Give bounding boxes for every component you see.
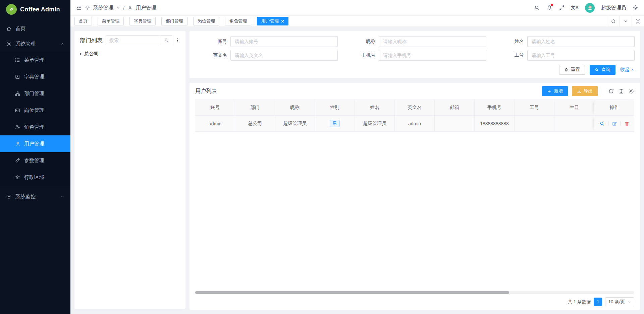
user-avatar[interactable]	[585, 3, 595, 13]
refresh-tab-icon[interactable]	[607, 16, 619, 27]
translate-icon[interactable]: 文A	[571, 5, 579, 11]
id-card-icon	[15, 108, 20, 113]
page-size-select[interactable]: 10 条/页	[605, 297, 634, 306]
column-header-english-name: 英文名	[395, 100, 435, 116]
user-table-panel: 用户列表 新增 导出 账号 部门 昵称 性别 姓名	[190, 83, 640, 310]
tab-user-management[interactable]: 用户管理	[257, 17, 288, 25]
department-search-button[interactable]	[161, 35, 172, 45]
sidebar-item-home[interactable]: 首页	[0, 21, 70, 36]
sidebar-item-label: 菜单管理	[24, 57, 44, 63]
page-number-button[interactable]: 1	[594, 298, 602, 306]
table-header-row: 账号 部门 昵称 性别 姓名 英文名 邮箱 手机号 工号 生日 操作	[195, 100, 634, 116]
department-search-input[interactable]	[106, 35, 161, 45]
column-settings-gear-icon[interactable]	[628, 88, 634, 94]
cell-name: 超级管理员	[355, 116, 395, 132]
add-user-button[interactable]: 新增	[542, 86, 568, 96]
sidebar-item-label: 岗位管理	[24, 107, 44, 114]
system-management-submenu: 菜单管理 字典管理 部门管理 岗位管理 角色管理 用户管理	[0, 52, 70, 186]
column-header-birthday: 生日	[554, 100, 594, 116]
sidebar-item-menu-management[interactable]: 菜单管理	[0, 52, 70, 68]
department-panel: 部门列表 总公司	[74, 31, 185, 309]
maximize-content-icon[interactable]	[632, 16, 644, 27]
tab-list-dropdown-icon[interactable]	[619, 16, 632, 27]
sidebar-item-post-management[interactable]: 岗位管理	[0, 102, 70, 119]
field-label: 手机号	[338, 52, 379, 58]
query-button[interactable]: 查询	[590, 65, 615, 75]
query-label: 查询	[601, 67, 610, 73]
sidebar-item-param-management[interactable]: 参数管理	[0, 152, 70, 169]
sidebar-item-system-management[interactable]: 系统管理	[0, 36, 70, 52]
current-user-name[interactable]: 超级管理员	[601, 5, 626, 11]
edit-icon[interactable]	[612, 121, 617, 126]
delete-icon[interactable]	[624, 121, 630, 126]
sidebar-item-label: 角色管理	[24, 124, 44, 130]
fullscreen-icon[interactable]	[559, 5, 565, 11]
phone-input[interactable]	[379, 50, 486, 61]
settings-gear-icon[interactable]	[633, 5, 639, 11]
add-label: 新增	[554, 88, 563, 94]
action-divider	[621, 121, 621, 126]
name-input[interactable]	[527, 36, 635, 47]
export-label: 导出	[584, 88, 593, 94]
sidebar-item-user-management[interactable]: 用户管理	[0, 135, 70, 152]
plus-icon	[547, 89, 551, 93]
department-panel-title: 部门列表	[80, 37, 103, 44]
horizontal-scrollbar-thumb[interactable]	[195, 291, 509, 294]
export-button[interactable]: 导出	[572, 86, 598, 96]
account-input[interactable]	[230, 36, 338, 47]
nickname-input[interactable]	[379, 36, 486, 47]
notification-bell[interactable]	[546, 5, 552, 11]
refresh-icon[interactable]	[608, 88, 614, 94]
row-height-icon[interactable]	[618, 88, 624, 94]
sidebar-item-system-monitor[interactable]: 系统监控	[0, 189, 70, 204]
tree-node-root[interactable]: 总公司	[80, 51, 180, 57]
reset-button[interactable]: 重置	[559, 65, 585, 75]
job-number-input[interactable]	[527, 50, 635, 61]
english-name-input[interactable]	[230, 50, 338, 61]
view-detail-icon[interactable]	[599, 121, 605, 126]
tab-label: 字典管理	[134, 18, 151, 24]
page-tabbar: 首页 菜单管理 字典管理 部门管理 岗位管理 角色管理 用户管理	[70, 16, 644, 27]
gender-tag: 男	[330, 120, 340, 127]
collapse-sidebar-icon[interactable]	[76, 5, 82, 11]
search-icon[interactable]	[534, 5, 540, 11]
field-label: 昵称	[338, 39, 379, 45]
sidebar-item-label: 行政区域	[24, 174, 44, 181]
horizontal-scrollbar-track[interactable]	[195, 291, 634, 294]
column-header-account: 账号	[195, 100, 235, 116]
sidebar-item-role-management[interactable]: 角色管理	[0, 119, 70, 135]
sidebar-item-dict-management[interactable]: 字典管理	[0, 68, 70, 85]
cell-nickname: 超级管理员	[275, 116, 315, 132]
tab-role-management[interactable]: 角色管理	[225, 17, 251, 25]
field-label: 账号	[190, 39, 230, 45]
sidebar-item-label: 部门管理	[24, 90, 44, 97]
cell-gender: 男	[315, 116, 355, 132]
monitor-chart-icon	[6, 194, 12, 200]
filter-field-account: 账号	[190, 36, 338, 47]
close-tab-icon[interactable]	[281, 20, 284, 23]
tab-dict-management[interactable]: 字典管理	[129, 17, 156, 25]
sidebar-item-dept-management[interactable]: 部门管理	[0, 85, 70, 102]
tab-label: 部门管理	[166, 18, 183, 24]
department-panel-header: 部门列表	[80, 35, 180, 45]
column-header-email: 邮箱	[435, 100, 475, 116]
cell-email	[435, 116, 475, 132]
breadcrumb-level-1[interactable]: 系统管理	[93, 5, 113, 11]
bank-icon	[15, 175, 20, 180]
department-search-group	[106, 35, 172, 45]
app-title: Coffee Admin	[20, 6, 60, 13]
collapse-filter-link[interactable]: 收起	[620, 67, 635, 73]
tab-menu-management[interactable]: 菜单管理	[98, 17, 124, 25]
column-header-name: 姓名	[355, 100, 395, 116]
tab-home[interactable]: 首页	[74, 17, 92, 25]
tab-post-management[interactable]: 岗位管理	[193, 17, 219, 25]
breadcrumb: 系统管理 / 用户管理	[76, 5, 156, 11]
caret-right-icon[interactable]	[80, 53, 82, 55]
table-row[interactable]: admin 总公司 超级管理员 男 超级管理员 admin 1888888888…	[195, 116, 634, 132]
more-options-icon[interactable]	[175, 38, 180, 43]
tab-dept-management[interactable]: 部门管理	[161, 17, 187, 25]
table-toolbar: 新增 导出	[542, 86, 634, 96]
user-icon	[15, 141, 20, 147]
sidebar-item-admin-region[interactable]: 行政区域	[0, 169, 70, 186]
chevron-down-icon[interactable]	[116, 6, 120, 10]
